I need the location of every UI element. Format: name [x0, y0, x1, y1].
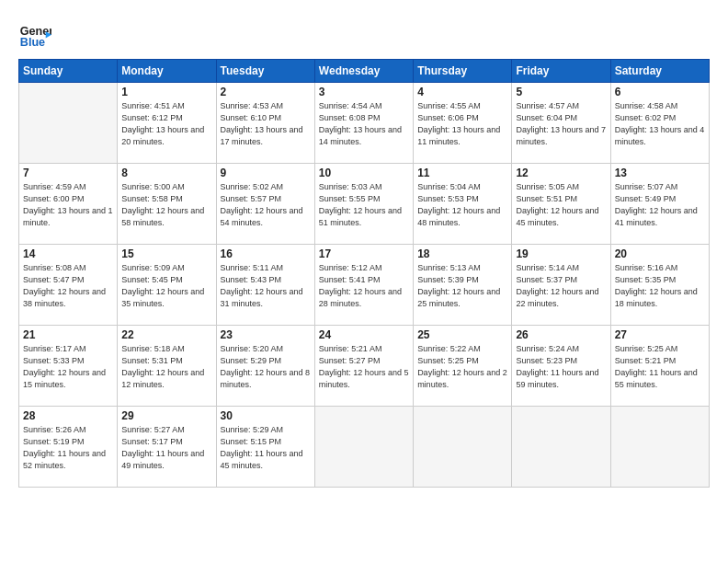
calendar-cell: 5Sunrise: 4:57 AM Sunset: 6:04 PM Daylig… [512, 83, 610, 164]
page: General Blue SundayMondayTuesdayWednesda… [0, 0, 728, 563]
day-number: 23 [221, 328, 311, 341]
calendar-cell: 14Sunrise: 5:08 AM Sunset: 5:47 PM Dayli… [19, 245, 118, 326]
day-info: Sunrise: 4:58 AM Sunset: 6:02 PM Dayligh… [615, 100, 705, 148]
calendar-cell: 4Sunrise: 4:55 AM Sunset: 6:06 PM Daylig… [414, 83, 512, 164]
calendar-header-row: SundayMondayTuesdayWednesdayThursdayFrid… [19, 60, 710, 83]
day-info: Sunrise: 4:57 AM Sunset: 6:04 PM Dayligh… [516, 100, 606, 148]
day-number: 24 [319, 328, 409, 341]
day-number: 2 [221, 86, 311, 98]
calendar-week-3: 14Sunrise: 5:08 AM Sunset: 5:47 PM Dayli… [19, 245, 710, 326]
calendar-week-2: 7Sunrise: 4:59 AM Sunset: 6:00 PM Daylig… [19, 164, 710, 245]
day-number: 29 [121, 409, 211, 422]
day-info: Sunrise: 4:55 AM Sunset: 6:06 PM Dayligh… [417, 100, 507, 148]
day-number: 9 [221, 167, 311, 179]
day-number: 8 [121, 167, 211, 179]
day-info: Sunrise: 5:03 AM Sunset: 5:55 PM Dayligh… [319, 181, 409, 229]
day-info: Sunrise: 4:54 AM Sunset: 6:08 PM Dayligh… [319, 100, 409, 148]
day-number: 27 [615, 328, 705, 341]
calendar-cell: 23Sunrise: 5:20 AM Sunset: 5:29 PM Dayli… [216, 326, 314, 407]
day-info: Sunrise: 5:00 AM Sunset: 5:58 PM Dayligh… [121, 181, 211, 229]
day-info: Sunrise: 5:04 AM Sunset: 5:53 PM Dayligh… [417, 181, 507, 229]
calendar-cell: 27Sunrise: 5:25 AM Sunset: 5:21 PM Dayli… [610, 326, 709, 407]
day-number: 18 [417, 247, 507, 260]
day-number: 19 [516, 247, 606, 260]
calendar-cell: 25Sunrise: 5:22 AM Sunset: 5:25 PM Dayli… [414, 326, 512, 407]
calendar-cell: 1Sunrise: 4:51 AM Sunset: 6:12 PM Daylig… [118, 83, 216, 164]
day-info: Sunrise: 5:17 AM Sunset: 5:33 PM Dayligh… [23, 343, 113, 391]
day-number: 3 [319, 86, 409, 98]
calendar-week-5: 28Sunrise: 5:26 AM Sunset: 5:19 PM Dayli… [19, 407, 710, 488]
day-header-monday: Monday [118, 60, 216, 83]
day-number: 7 [23, 167, 113, 179]
calendar-cell: 12Sunrise: 5:05 AM Sunset: 5:51 PM Dayli… [512, 164, 610, 245]
day-number: 20 [615, 247, 705, 260]
calendar-cell [314, 407, 413, 488]
day-number: 22 [121, 328, 211, 341]
day-header-thursday: Thursday [414, 60, 512, 83]
logo-icon: General Blue [18, 17, 51, 50]
day-info: Sunrise: 5:05 AM Sunset: 5:51 PM Dayligh… [516, 181, 606, 229]
calendar-cell: 15Sunrise: 5:09 AM Sunset: 5:45 PM Dayli… [118, 245, 216, 326]
day-number: 6 [615, 86, 705, 98]
calendar-cell [610, 407, 709, 488]
calendar-cell: 2Sunrise: 4:53 AM Sunset: 6:10 PM Daylig… [216, 83, 314, 164]
calendar-week-1: 1Sunrise: 4:51 AM Sunset: 6:12 PM Daylig… [19, 83, 710, 164]
day-info: Sunrise: 5:21 AM Sunset: 5:27 PM Dayligh… [319, 343, 409, 391]
calendar-cell [19, 83, 118, 164]
day-info: Sunrise: 5:24 AM Sunset: 5:23 PM Dayligh… [516, 343, 606, 391]
calendar-cell: 13Sunrise: 5:07 AM Sunset: 5:49 PM Dayli… [610, 164, 709, 245]
day-info: Sunrise: 5:09 AM Sunset: 5:45 PM Dayligh… [121, 262, 211, 310]
day-info: Sunrise: 4:51 AM Sunset: 6:12 PM Dayligh… [121, 100, 211, 148]
day-info: Sunrise: 5:20 AM Sunset: 5:29 PM Dayligh… [221, 343, 311, 391]
day-number: 28 [23, 409, 113, 422]
logo: General Blue [18, 17, 51, 50]
calendar-cell: 8Sunrise: 5:00 AM Sunset: 5:58 PM Daylig… [118, 164, 216, 245]
day-info: Sunrise: 5:29 AM Sunset: 5:15 PM Dayligh… [221, 424, 311, 472]
day-number: 10 [319, 167, 409, 179]
day-number: 11 [417, 167, 507, 179]
day-header-sunday: Sunday [19, 60, 118, 83]
calendar-cell: 3Sunrise: 4:54 AM Sunset: 6:08 PM Daylig… [314, 83, 413, 164]
day-number: 5 [516, 86, 606, 98]
day-info: Sunrise: 5:13 AM Sunset: 5:39 PM Dayligh… [417, 262, 507, 310]
day-info: Sunrise: 4:53 AM Sunset: 6:10 PM Dayligh… [221, 100, 311, 148]
calendar-cell: 9Sunrise: 5:02 AM Sunset: 5:57 PM Daylig… [216, 164, 314, 245]
day-number: 21 [23, 328, 113, 341]
day-number: 14 [23, 247, 113, 260]
day-number: 15 [121, 247, 211, 260]
header: General Blue [18, 17, 710, 50]
calendar-table: SundayMondayTuesdayWednesdayThursdayFrid… [18, 59, 710, 488]
calendar-week-4: 21Sunrise: 5:17 AM Sunset: 5:33 PM Dayli… [19, 326, 710, 407]
calendar-cell: 20Sunrise: 5:16 AM Sunset: 5:35 PM Dayli… [610, 245, 709, 326]
calendar-cell: 7Sunrise: 4:59 AM Sunset: 6:00 PM Daylig… [19, 164, 118, 245]
calendar-cell: 19Sunrise: 5:14 AM Sunset: 5:37 PM Dayli… [512, 245, 610, 326]
calendar-cell [512, 407, 610, 488]
day-info: Sunrise: 5:14 AM Sunset: 5:37 PM Dayligh… [516, 262, 606, 310]
day-number: 12 [516, 167, 606, 179]
day-header-saturday: Saturday [610, 60, 709, 83]
day-info: Sunrise: 4:59 AM Sunset: 6:00 PM Dayligh… [23, 181, 113, 229]
calendar-cell: 17Sunrise: 5:12 AM Sunset: 5:41 PM Dayli… [314, 245, 413, 326]
day-number: 16 [221, 247, 311, 260]
day-number: 26 [516, 328, 606, 341]
calendar-cell: 29Sunrise: 5:27 AM Sunset: 5:17 PM Dayli… [118, 407, 216, 488]
calendar-cell: 11Sunrise: 5:04 AM Sunset: 5:53 PM Dayli… [414, 164, 512, 245]
day-info: Sunrise: 5:27 AM Sunset: 5:17 PM Dayligh… [121, 424, 211, 472]
calendar-cell: 24Sunrise: 5:21 AM Sunset: 5:27 PM Dayli… [314, 326, 413, 407]
day-info: Sunrise: 5:22 AM Sunset: 5:25 PM Dayligh… [417, 343, 507, 391]
calendar-cell: 30Sunrise: 5:29 AM Sunset: 5:15 PM Dayli… [216, 407, 314, 488]
calendar-cell: 16Sunrise: 5:11 AM Sunset: 5:43 PM Dayli… [216, 245, 314, 326]
day-info: Sunrise: 5:25 AM Sunset: 5:21 PM Dayligh… [615, 343, 705, 391]
day-info: Sunrise: 5:12 AM Sunset: 5:41 PM Dayligh… [319, 262, 409, 310]
day-info: Sunrise: 5:02 AM Sunset: 5:57 PM Dayligh… [221, 181, 311, 229]
day-info: Sunrise: 5:07 AM Sunset: 5:49 PM Dayligh… [615, 181, 705, 229]
day-number: 13 [615, 167, 705, 179]
day-number: 1 [121, 86, 211, 98]
day-info: Sunrise: 5:11 AM Sunset: 5:43 PM Dayligh… [221, 262, 311, 310]
day-info: Sunrise: 5:16 AM Sunset: 5:35 PM Dayligh… [615, 262, 705, 310]
day-info: Sunrise: 5:08 AM Sunset: 5:47 PM Dayligh… [23, 262, 113, 310]
day-number: 30 [221, 409, 311, 422]
day-header-wednesday: Wednesday [314, 60, 413, 83]
calendar-cell: 21Sunrise: 5:17 AM Sunset: 5:33 PM Dayli… [19, 326, 118, 407]
calendar-cell [414, 407, 512, 488]
